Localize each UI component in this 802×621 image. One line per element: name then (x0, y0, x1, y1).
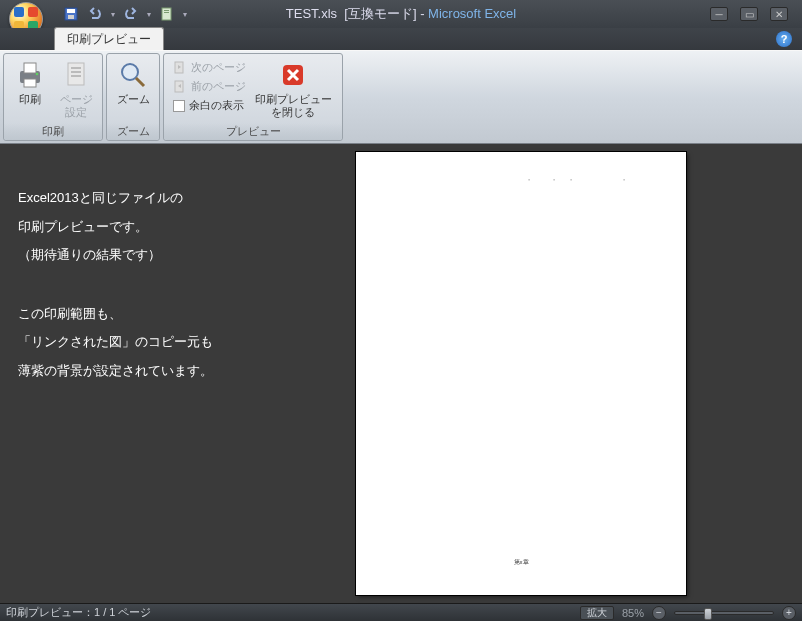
qat-undo-dropdown[interactable]: ▾ (108, 10, 118, 19)
close-button[interactable]: ✕ (770, 7, 788, 21)
window-controls: ─ ▭ ✕ (710, 7, 802, 21)
svg-rect-7 (24, 63, 36, 73)
qat-customize-dropdown[interactable]: ▾ (180, 10, 190, 19)
title-app: Microsoft Excel (428, 6, 516, 21)
tab-label: 印刷プレビュー (67, 32, 151, 46)
explain-line: 薄紫の背景が設定されています。 (18, 357, 230, 386)
preview-page: ・ ・ ・ ・ 第x章 (356, 152, 686, 595)
show-margins-checkbox[interactable]: 余白の表示 (169, 97, 250, 114)
zoom-button[interactable]: ズーム (112, 57, 154, 106)
zoom-slider-thumb[interactable] (704, 608, 712, 620)
print-button[interactable]: 印刷 (9, 57, 51, 106)
qat-save-button[interactable] (60, 4, 82, 24)
next-page-button: 次のページ (169, 59, 250, 76)
svg-rect-10 (68, 63, 84, 85)
help-icon[interactable]: ? (776, 31, 792, 47)
checkbox-icon (173, 100, 185, 112)
zoom-in-button[interactable]: + (782, 606, 796, 620)
qat-extra-button[interactable] (156, 4, 178, 24)
status-bar: 印刷プレビュー：1 / 1 ページ 拡大 85% − + (0, 603, 802, 621)
quick-access-toolbar: ▾ ▾ ▾ (60, 4, 190, 24)
svg-rect-2 (68, 15, 74, 19)
title-mode: [互換モード] (344, 6, 416, 21)
magnifier-icon (117, 59, 149, 91)
page-setup-button[interactable]: ページ 設定 (55, 57, 97, 118)
prev-page-icon (173, 80, 187, 94)
group-print-label: 印刷 (4, 123, 102, 140)
zoom-percent: 85% (622, 607, 644, 619)
ribbon: 印刷 ページ 設定 印刷 ズーム ズーム 次のページ (0, 50, 802, 144)
status-left: 印刷プレビュー：1 / 1 ページ (6, 605, 151, 620)
office-button[interactable] (6, 0, 46, 28)
qat-redo-button[interactable] (120, 4, 142, 24)
maximize-button[interactable]: ▭ (740, 7, 758, 21)
qat-undo-button[interactable] (84, 4, 106, 24)
page-icon (159, 6, 175, 22)
group-print: 印刷 ページ 設定 印刷 (3, 53, 103, 141)
group-zoom: ズーム ズーム (106, 53, 160, 141)
explain-line: 印刷プレビューです。 (18, 213, 230, 242)
prev-page-button: 前のページ (169, 78, 250, 95)
group-zoom-label: ズーム (107, 123, 159, 140)
zoom-out-button[interactable]: − (652, 606, 666, 620)
save-icon (63, 6, 79, 22)
explain-line: この印刷範囲も、 (18, 300, 230, 329)
undo-icon (87, 6, 103, 22)
svg-point-9 (36, 73, 39, 76)
printer-icon (14, 59, 46, 91)
svg-line-15 (136, 78, 144, 86)
group-preview: 次のページ 前のページ 余白の表示 印刷プレビュー を閉じる プレビュー (163, 53, 343, 141)
next-page-icon (173, 61, 187, 75)
minimize-button[interactable]: ─ (710, 7, 728, 21)
svg-rect-1 (67, 9, 75, 13)
svg-rect-8 (24, 79, 36, 87)
zoom-mode-button[interactable]: 拡大 (580, 606, 614, 620)
svg-rect-5 (164, 12, 169, 13)
svg-rect-13 (71, 75, 81, 77)
svg-rect-11 (71, 67, 81, 69)
svg-rect-4 (164, 10, 169, 11)
close-preview-button[interactable]: 印刷プレビュー を閉じる (254, 57, 332, 118)
page-footer-text: 第x章 (514, 558, 529, 567)
title-bar: ▾ ▾ ▾ TEST.xls [互換モード] - Microsoft Excel… (0, 0, 802, 28)
group-preview-label: プレビュー (164, 123, 342, 140)
redo-icon (123, 6, 139, 22)
preview-viewport[interactable]: ・ ・ ・ ・ 第x章 (240, 144, 802, 603)
explain-line: 「リンクされた図」のコピー元も (18, 328, 230, 357)
explanation-overlay: Excel2013と同じファイルの 印刷プレビューです。 （期待通りの結果です）… (0, 144, 240, 603)
zoom-slider[interactable] (674, 611, 774, 615)
ribbon-tabs: 印刷プレビュー ? (0, 28, 802, 50)
svg-rect-3 (162, 8, 171, 20)
tab-print-preview[interactable]: 印刷プレビュー (54, 27, 164, 50)
close-icon (277, 59, 309, 91)
content-area: Excel2013と同じファイルの 印刷プレビューです。 （期待通りの結果です）… (0, 144, 802, 603)
svg-rect-12 (71, 71, 81, 73)
title-file: TEST.xls (286, 6, 337, 21)
window-title: TEST.xls [互換モード] - Microsoft Excel (286, 5, 516, 23)
explain-line: （期待通りの結果です） (18, 241, 230, 270)
explain-line: Excel2013と同じファイルの (18, 184, 230, 213)
svg-point-14 (122, 64, 138, 80)
page-setup-icon (60, 59, 92, 91)
qat-redo-dropdown[interactable]: ▾ (144, 10, 154, 19)
